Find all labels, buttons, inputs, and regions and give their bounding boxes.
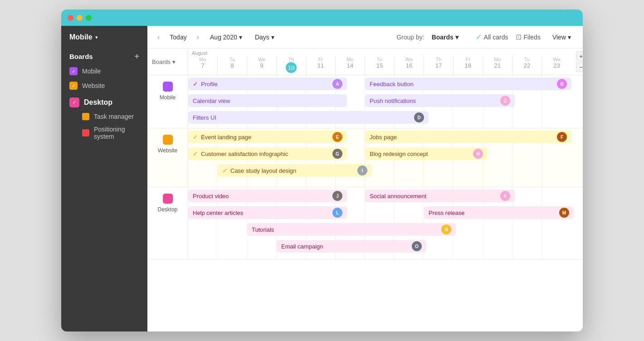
zoom-controls: + − (576, 51, 583, 72)
boards-chevron-icon: ▾ (172, 58, 176, 65)
blog-avatar: H (473, 149, 483, 159)
all-cards-button[interactable]: ✓ All cards (476, 33, 508, 41)
card-row-event: ✓ Event landing page E Jobs page (188, 131, 583, 145)
positioning-system-icon (82, 129, 89, 136)
calendar-body: Mobile (147, 75, 583, 331)
help-avatar: L (332, 208, 342, 218)
main-content: ‹ Today › Aug 2020 ▾ Days ▾ Group by: Bo… (147, 26, 583, 331)
case-check-icon: ✓ (222, 167, 228, 174)
toolbar: ‹ Today › Aug 2020 ▾ Days ▾ Group by: Bo… (147, 26, 583, 49)
desktop-cards-area: Product video J Social announcement K (188, 187, 583, 259)
positioning-system-label: Positioning system (94, 126, 139, 140)
desktop-group-label: Desktop (147, 187, 188, 259)
press-avatar: M (559, 208, 569, 218)
sidebar-item-website[interactable]: ✓ Website (61, 78, 147, 93)
calendar-header: Boards ▾ August Mo7 Tu8 We9 Th10 (147, 49, 583, 75)
view-button[interactable]: View ▾ (548, 32, 576, 43)
group-by-control: Group by: Boards ▾ (396, 32, 463, 43)
case-avatar: I (357, 166, 367, 175)
card-product-video[interactable]: Product video J (188, 190, 347, 202)
sidebar-item-task-manager[interactable]: Task manager (61, 110, 147, 123)
event-landing-title: Event landing page (201, 134, 330, 141)
sidebar-item-mobile[interactable]: ✓ Mobile (61, 64, 147, 78)
day-tu15: Tu15 (365, 56, 395, 75)
card-case-study[interactable]: ✓ Case study layout design I (218, 164, 372, 177)
minimize-button[interactable] (77, 15, 83, 21)
social-avatar: K (500, 191, 510, 201)
sidebar-item-positioning-system[interactable]: Positioning system (61, 123, 147, 143)
card-row-email: Email campaign O (188, 240, 583, 254)
card-press-release[interactable]: Press release M (424, 206, 574, 219)
close-button[interactable] (68, 15, 73, 21)
sidebar: Mobile ▾ Boards + ✓ Mobile ✓ Website (61, 26, 147, 331)
today-button[interactable]: Today (166, 32, 190, 43)
zoom-in-button[interactable]: + (576, 51, 583, 61)
desktop-color-icon (163, 194, 173, 204)
group-by-label: Group by: (396, 34, 424, 41)
boards-label: Boards (69, 53, 93, 60)
group-by-value-button[interactable]: Boards ▾ (427, 32, 463, 43)
desktop-group-name: Desktop (157, 206, 177, 213)
card-blog-redesign[interactable]: Blog redesign concept H (365, 147, 488, 160)
boards-header-button[interactable]: Boards ▾ (152, 58, 176, 65)
day-mo14: Mo14 (336, 56, 365, 75)
group-by-value: Boards (432, 34, 454, 41)
prev-nav-button[interactable]: ‹ (155, 31, 162, 43)
jobs-avatar: F (557, 132, 567, 142)
social-announcement-title: Social announcement (370, 193, 498, 200)
tutorials-avatar: N (441, 224, 451, 234)
zoom-out-button[interactable]: − (576, 62, 583, 72)
sidebar-website-label: Website (82, 82, 105, 89)
next-nav-button[interactable]: › (194, 31, 202, 43)
profile-check-icon: ✓ (193, 80, 198, 88)
website-check-icon: ✓ (69, 82, 78, 90)
feedback-button-title: Feedback button (370, 81, 554, 88)
card-row-tutorials: Tutorials N (188, 223, 583, 238)
card-email-campaign[interactable]: Email campaign O (277, 240, 426, 253)
day-th17: Th17 (424, 56, 454, 75)
title-bar (61, 10, 583, 26)
card-feedback-button[interactable]: Feedback button B (365, 78, 571, 90)
push-avatar: C (500, 96, 510, 106)
all-cards-label: All cards (484, 34, 508, 41)
website-group-label: Website (147, 128, 188, 187)
card-help-center[interactable]: Help center articles L (188, 206, 347, 219)
app-window: Mobile ▾ Boards + ✓ Mobile ✓ Website (61, 10, 583, 331)
card-push-notifications[interactable]: Push notifications C (365, 94, 515, 107)
customer-avatar: G (332, 149, 342, 159)
sidebar-header[interactable]: Mobile ▾ (61, 26, 147, 49)
day-we9: We9 (247, 56, 277, 75)
maximize-button[interactable] (86, 15, 92, 21)
customer-satisfaction-title: Customer satisfaction infographic (201, 151, 330, 157)
sidebar-group-desktop[interactable]: ✓ Desktop (61, 93, 147, 110)
mobile-color-icon (163, 82, 173, 92)
day-we23: We23 (542, 56, 571, 75)
mobile-group-label: Mobile (147, 75, 188, 128)
app-name: Mobile (69, 33, 93, 41)
product-video-title: Product video (193, 193, 330, 200)
day-mo7: Mo7 (188, 56, 218, 75)
group-row-website: Website (147, 128, 583, 187)
website-color-icon (163, 135, 173, 145)
card-row-filters: Filters UI D (188, 111, 583, 126)
window-controls (68, 15, 92, 21)
card-calendar-view[interactable]: Calendar view (188, 94, 347, 107)
card-event-landing[interactable]: ✓ Event landing page E (188, 131, 347, 143)
mobile-cards-area: ✓ Profile A Feedback button B (188, 75, 583, 128)
profile-avatar: A (332, 79, 342, 89)
month-column-august: August Mo7 Tu8 We9 Th10 Fr11 Mo14 Tu15 W… (188, 49, 571, 75)
card-tutorials[interactable]: Tutorials N (247, 223, 456, 236)
group-row-desktop: Desktop (147, 187, 583, 260)
group-by-chevron-icon: ▾ (455, 34, 459, 41)
card-customer-satisfaction[interactable]: ✓ Customer satisfaction infographic G (188, 147, 347, 160)
card-jobs-page[interactable]: Jobs page F (365, 131, 571, 143)
card-filters-ui[interactable]: Filters UI D (188, 111, 429, 124)
add-board-button[interactable]: + (134, 52, 139, 60)
tutorials-title: Tutorials (252, 226, 439, 233)
filed-button[interactable]: ⊡ Fileds (516, 33, 541, 41)
card-row-profile: ✓ Profile A Feedback button B (188, 78, 583, 92)
card-profile[interactable]: ✓ Profile A (188, 78, 347, 90)
card-social-announcement[interactable]: Social announcement K (365, 190, 515, 202)
days-view-button[interactable]: Days ▾ (250, 32, 279, 43)
month-picker-button[interactable]: Aug 2020 ▾ (205, 32, 247, 43)
